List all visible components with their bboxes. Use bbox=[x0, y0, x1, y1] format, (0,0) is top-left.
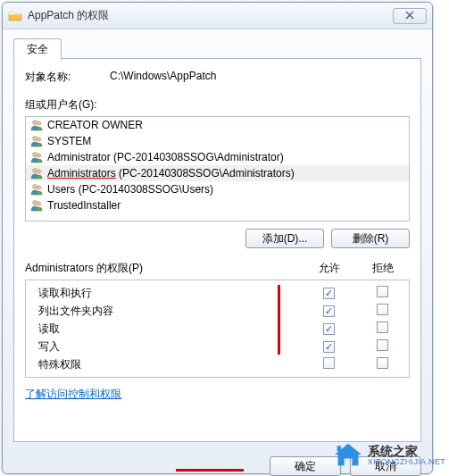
group-button-row: 添加(D)... 删除(R) bbox=[25, 229, 410, 248]
list-item[interactable]: Users (PC-20140308SSOG\Users) bbox=[26, 181, 409, 197]
svg-point-2 bbox=[33, 136, 37, 140]
list-item-label: TrustedInstaller bbox=[47, 199, 121, 212]
object-name-row: 对象名称: C:\Windows\AppPatch bbox=[25, 70, 410, 85]
users-icon bbox=[29, 198, 44, 213]
deny-checkbox[interactable] bbox=[377, 304, 388, 315]
close-button[interactable] bbox=[393, 8, 427, 24]
list-item[interactable]: SYSTEM bbox=[26, 133, 409, 149]
folder-icon bbox=[8, 9, 22, 23]
permission-label: 写入 bbox=[26, 339, 302, 355]
allow-checkbox[interactable] bbox=[323, 323, 335, 335]
svg-point-8 bbox=[33, 184, 37, 188]
svg-point-1 bbox=[37, 121, 41, 126]
svg-point-10 bbox=[33, 200, 37, 205]
users-icon bbox=[29, 182, 44, 196]
svg-point-0 bbox=[33, 120, 37, 124]
svg-point-11 bbox=[37, 202, 41, 206]
list-item[interactable]: Administrators (PC-20140308SSOG\Administ… bbox=[26, 165, 409, 181]
list-item-label: SYSTEM bbox=[47, 135, 91, 147]
watermark: 系统之家 XITONGZHIJIA.NET bbox=[332, 441, 445, 471]
tab-strip: 安全 bbox=[13, 38, 421, 58]
remove-button[interactable]: 删除(R) bbox=[331, 229, 410, 248]
users-icon bbox=[29, 150, 44, 164]
help-link-row: 了解访问控制和权限 bbox=[25, 387, 410, 402]
column-allow-header: 允许 bbox=[303, 261, 356, 276]
watermark-title: 系统之家 bbox=[368, 445, 445, 458]
house-icon bbox=[332, 441, 364, 471]
permission-label: 读取和执行 bbox=[26, 286, 302, 301]
close-icon bbox=[404, 10, 415, 22]
list-item-label: CREATOR OWNER bbox=[47, 119, 143, 131]
permission-label: 特殊权限 bbox=[26, 357, 302, 372]
permission-row: 读取和执行 bbox=[26, 284, 409, 302]
permission-row: 列出文件夹内容 bbox=[26, 302, 409, 320]
permissions-listbox: 读取和执行列出文件夹内容读取写入特殊权限 bbox=[25, 280, 410, 378]
deny-checkbox[interactable] bbox=[377, 322, 388, 333]
allow-checkbox[interactable] bbox=[323, 341, 335, 353]
list-item[interactable]: Administrator (PC-20140308SSOG\Administr… bbox=[26, 149, 409, 165]
svg-point-6 bbox=[33, 168, 37, 172]
svg-rect-12 bbox=[337, 446, 341, 451]
add-button[interactable]: 添加(D)... bbox=[245, 229, 324, 248]
svg-point-5 bbox=[37, 154, 41, 158]
users-icon bbox=[29, 166, 44, 180]
permissions-header: Administrators 的权限(P) 允许 拒绝 bbox=[25, 261, 410, 276]
object-name-value: C:\Windows\AppPatch bbox=[110, 70, 216, 85]
list-item[interactable]: CREATOR OWNER bbox=[26, 117, 409, 133]
allow-checkbox[interactable] bbox=[323, 305, 335, 317]
svg-point-9 bbox=[37, 186, 41, 190]
permission-row: 写入 bbox=[26, 338, 409, 355]
svg-point-4 bbox=[33, 152, 37, 156]
deny-checkbox[interactable] bbox=[377, 286, 388, 297]
titlebar[interactable]: AppPatch 的权限 bbox=[3, 3, 432, 29]
users-icon bbox=[29, 134, 44, 148]
list-item-label: Administrators (PC-20140308SSOG\Administ… bbox=[47, 167, 295, 180]
permission-label: 列出文件夹内容 bbox=[26, 304, 302, 319]
list-item-label: Users (PC-20140308SSOG\Users) bbox=[47, 183, 213, 196]
window-title: AppPatch 的权限 bbox=[28, 8, 393, 23]
users-listbox[interactable]: CREATOR OWNERSYSTEMAdministrator (PC-201… bbox=[25, 116, 410, 221]
client-area: 安全 对象名称: C:\Windows\AppPatch 组或用户名(G): C… bbox=[3, 29, 432, 449]
tab-security[interactable]: 安全 bbox=[13, 38, 62, 61]
svg-point-7 bbox=[37, 170, 41, 174]
watermark-url: XITONGZHIJIA.NET bbox=[368, 458, 445, 467]
deny-checkbox[interactable] bbox=[377, 339, 388, 351]
allow-checkbox[interactable] bbox=[323, 288, 335, 299]
permission-label: 读取 bbox=[26, 322, 302, 337]
permissions-title: Administrators 的权限(P) bbox=[25, 261, 303, 276]
deny-checkbox[interactable] bbox=[377, 357, 388, 369]
permission-row: 读取 bbox=[26, 320, 409, 338]
list-item[interactable]: TrustedInstaller bbox=[26, 197, 409, 213]
tab-pane: 对象名称: C:\Windows\AppPatch 组或用户名(G): CREA… bbox=[13, 58, 421, 442]
groups-label: 组或用户名(G): bbox=[25, 97, 410, 113]
object-name-label: 对象名称: bbox=[25, 70, 110, 85]
users-icon bbox=[29, 118, 44, 132]
svg-point-3 bbox=[37, 138, 41, 142]
highlight-bar-icon bbox=[278, 285, 280, 355]
learn-more-link[interactable]: 了解访问控制和权限 bbox=[25, 388, 121, 400]
permission-row: 特殊权限 bbox=[26, 355, 409, 373]
permissions-dialog: AppPatch 的权限 安全 对象名称: C:\Windows\AppPatc… bbox=[2, 2, 433, 474]
column-deny-header: 拒绝 bbox=[356, 261, 410, 276]
ok-button[interactable]: 确定 bbox=[270, 456, 341, 476]
allow-checkbox[interactable] bbox=[323, 357, 335, 369]
highlight-bar-icon bbox=[176, 469, 244, 472]
list-item-label: Administrator (PC-20140308SSOG\Administr… bbox=[47, 151, 284, 163]
